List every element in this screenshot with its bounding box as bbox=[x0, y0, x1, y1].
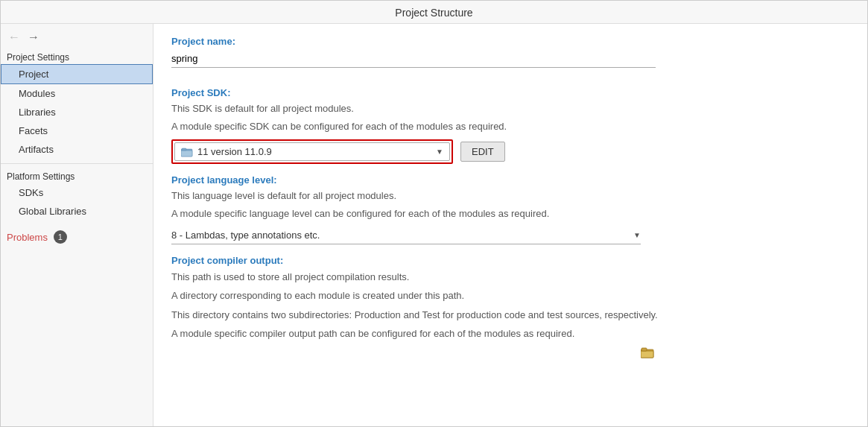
project-name-input[interactable] bbox=[171, 50, 656, 68]
sidebar-item-sdks[interactable]: SDKs bbox=[1, 183, 153, 202]
sdk-dropdown[interactable]: 11 version 11.0.9 ▼ bbox=[174, 142, 450, 161]
language-dropdown[interactable]: 8 - Lambdas, type annotations etc. ▼ bbox=[171, 227, 641, 244]
compiler-desc4: A module specific compiler output path c… bbox=[171, 326, 849, 341]
compiler-desc3: This directory contains two subdirectori… bbox=[171, 307, 849, 323]
sdk-selector-row: 11 version 11.0.9 ▼ EDIT bbox=[171, 139, 849, 164]
svg-rect-5 bbox=[642, 348, 647, 351]
sdk-dropdown-wrapper: 11 version 11.0.9 ▼ bbox=[171, 139, 453, 164]
project-sdk-desc2: A module specific SDK can be configured … bbox=[171, 119, 849, 134]
project-sdk-desc1: This SDK is default for all project modu… bbox=[171, 101, 849, 116]
svg-rect-4 bbox=[641, 351, 653, 358]
project-language-label: Project language level: bbox=[171, 174, 849, 186]
language-value-text: 8 - Lambdas, type annotations etc. bbox=[171, 230, 320, 241]
sidebar-item-problems[interactable]: Problems 1 bbox=[1, 227, 153, 247]
svg-rect-1 bbox=[181, 151, 192, 156]
title-bar: Project Structure bbox=[1, 1, 867, 24]
project-language-desc1: This language level is default for all p… bbox=[171, 189, 849, 203]
svg-rect-2 bbox=[182, 148, 186, 151]
language-dropdown-arrow: ▼ bbox=[633, 231, 641, 239]
compiler-output-row bbox=[171, 345, 656, 363]
forward-button[interactable]: → bbox=[26, 31, 41, 43]
compiler-desc1: This path is used to store all project c… bbox=[171, 269, 849, 285]
main-panel: Project name: Project SDK: This SDK is d… bbox=[153, 24, 867, 426]
sidebar-item-artifacts[interactable]: Artifacts bbox=[1, 140, 153, 159]
platform-settings-section-label: Platform Settings bbox=[1, 168, 153, 183]
sdk-dropdown-arrow: ▼ bbox=[436, 148, 443, 156]
back-button[interactable]: ← bbox=[7, 31, 22, 43]
sidebar: ← → Project Settings Project Modules Lib… bbox=[1, 24, 153, 426]
problems-badge: 1 bbox=[54, 230, 67, 244]
compiler-desc2: A directory corresponding to each module… bbox=[171, 288, 849, 303]
sidebar-item-libraries[interactable]: Libraries bbox=[1, 103, 153, 121]
project-settings-section-label: Project Settings bbox=[1, 49, 153, 64]
sidebar-item-global-libraries[interactable]: Global Libraries bbox=[1, 202, 153, 221]
project-sdk-label: Project SDK: bbox=[171, 87, 849, 98]
sdk-dropdown-left: 11 version 11.0.9 bbox=[181, 146, 272, 157]
sdk-value-text: 11 version 11.0.9 bbox=[197, 146, 272, 157]
sidebar-item-modules[interactable]: Modules bbox=[1, 84, 153, 103]
compiler-output-label: Project compiler output: bbox=[171, 255, 849, 266]
nav-arrows: ← → bbox=[1, 27, 153, 49]
sdk-folder-icon bbox=[181, 147, 193, 157]
sidebar-divider bbox=[1, 163, 153, 164]
project-name-label: Project name: bbox=[171, 36, 849, 47]
project-language-desc2: A module specific language level can be … bbox=[171, 206, 849, 221]
window-title: Project Structure bbox=[395, 7, 472, 19]
edit-button[interactable]: EDIT bbox=[460, 142, 505, 162]
folder-open-icon[interactable] bbox=[639, 345, 656, 363]
sidebar-item-project[interactable]: Project bbox=[1, 64, 153, 84]
sidebar-item-facets[interactable]: Facets bbox=[1, 121, 153, 140]
